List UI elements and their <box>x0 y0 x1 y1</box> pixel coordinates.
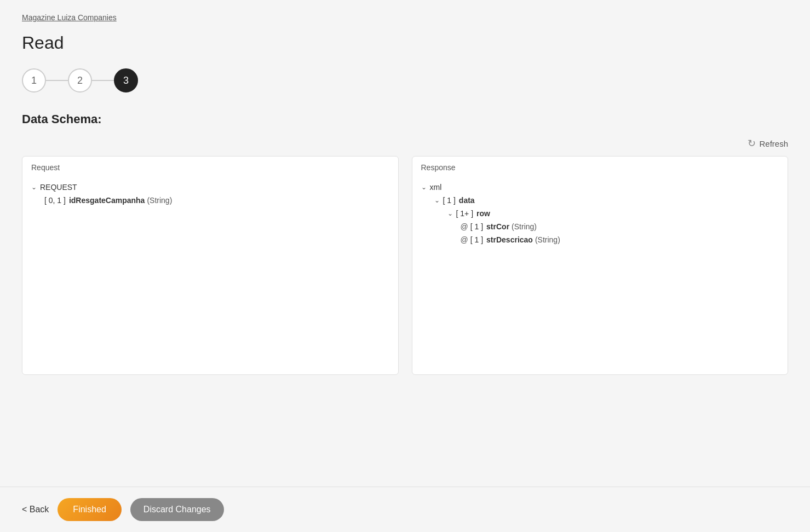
response-panel: Response ⌄ xml ⌄ [ 1 ] data ⌄ [ 1+ ] row <box>412 156 789 375</box>
tree-row: ⌄ [ 1 ] data <box>421 194 779 207</box>
finished-label: Finished <box>73 505 106 514</box>
request-panel-content: ⌄ REQUEST [ 0, 1 ] idResgateCampanha (St… <box>22 174 398 216</box>
refresh-button[interactable]: ↻ Refresh <box>748 137 788 149</box>
step-3-number: 3 <box>123 75 129 86</box>
chevron-down-icon: ⌄ <box>434 196 440 204</box>
breadcrumb[interactable]: Magazine Luiza Companies <box>22 13 788 22</box>
request-panel-label: Request <box>22 157 398 174</box>
field-name: strCor <box>486 222 509 231</box>
chevron-down-icon: ⌄ <box>421 183 427 191</box>
at-sign: @ <box>461 235 468 244</box>
tree-row: @ [ 1 ] strDescricao (String) <box>421 233 779 246</box>
field-name: idResgateCampanha <box>69 196 145 205</box>
response-panel-label: Response <box>412 157 788 174</box>
back-label: < Back <box>22 505 49 514</box>
at-sign: @ <box>461 222 468 231</box>
bracket-label: [ 1+ ] <box>456 209 474 218</box>
field-type: (String) <box>535 235 560 244</box>
page-title: Read <box>22 33 788 53</box>
field-name: row <box>476 209 490 218</box>
discard-changes-button[interactable]: Discard Changes <box>130 498 224 521</box>
refresh-icon: ↻ <box>748 137 756 149</box>
step-connector-2 <box>92 80 114 81</box>
xml-node-label: xml <box>430 183 442 192</box>
refresh-label: Refresh <box>759 139 788 148</box>
step-connector-1 <box>46 80 68 81</box>
tree-row: [ 0, 1 ] idResgateCampanha (String) <box>31 194 389 207</box>
step-2[interactable]: 2 <box>68 68 92 92</box>
request-panel: Request ⌄ REQUEST [ 0, 1 ] idResgateCamp… <box>22 156 399 375</box>
field-type: (String) <box>147 196 172 205</box>
chevron-down-icon: ⌄ <box>447 210 453 217</box>
tree-row: ⌄ [ 1+ ] row <box>421 207 779 220</box>
tree-row: ⌄ REQUEST <box>31 181 389 194</box>
discard-label: Discard Changes <box>143 505 211 514</box>
response-panel-content: ⌄ xml ⌄ [ 1 ] data ⌄ [ 1+ ] row @ <box>412 174 788 255</box>
chevron-down-icon: ⌄ <box>31 183 37 191</box>
tree-row: ⌄ xml <box>421 181 779 194</box>
back-button[interactable]: < Back <box>22 505 49 514</box>
step-1-number: 1 <box>31 75 37 86</box>
step-1[interactable]: 1 <box>22 68 46 92</box>
step-2-number: 2 <box>77 75 83 86</box>
field-name: data <box>459 196 475 205</box>
field-type: (String) <box>512 222 537 231</box>
tree-row: @ [ 1 ] strCor (String) <box>421 220 779 233</box>
page-container: Magazine Luiza Companies Read 1 2 3 Data… <box>0 0 810 532</box>
step-3[interactable]: 3 <box>114 68 138 92</box>
refresh-row: ↻ Refresh <box>22 137 788 149</box>
schema-panels: Request ⌄ REQUEST [ 0, 1 ] idResgateCamp… <box>22 156 788 375</box>
footer: < Back Finished Discard Changes <box>0 487 810 532</box>
bracket-label: [ 1 ] <box>443 196 456 205</box>
request-node-label: REQUEST <box>40 183 77 192</box>
data-schema-title: Data Schema: <box>22 112 788 126</box>
bracket-label: [ 1 ] <box>470 235 483 244</box>
bracket-label: [ 0, 1 ] <box>44 196 66 205</box>
field-name: strDescricao <box>486 235 533 244</box>
finished-button[interactable]: Finished <box>58 498 121 521</box>
stepper: 1 2 3 <box>22 68 788 92</box>
bracket-label: [ 1 ] <box>470 222 483 231</box>
